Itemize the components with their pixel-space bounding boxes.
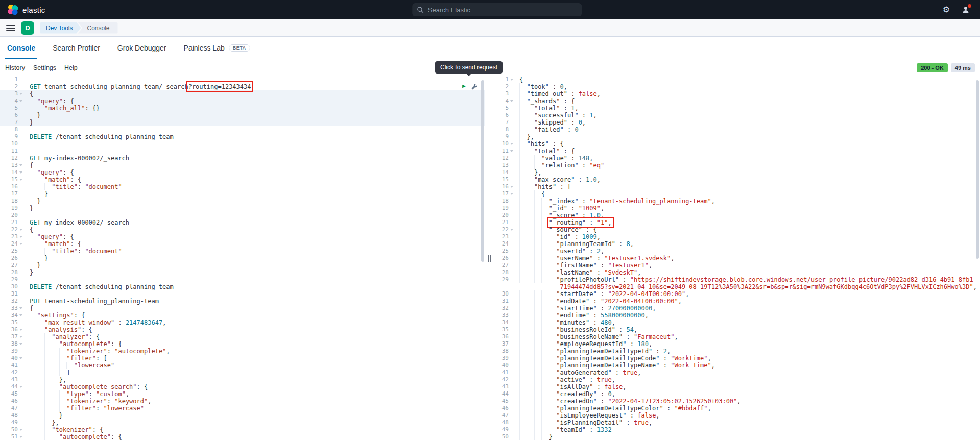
code-text[interactable]: "max_score" : 1.0, xyxy=(514,176,601,183)
code-text[interactable]: "userName" : "testuser1.svdesk", xyxy=(514,255,674,262)
code-text[interactable]: } xyxy=(23,198,41,205)
code-text[interactable]: "_score" : 1.0, xyxy=(514,212,604,219)
gear-icon[interactable]: ⚙ xyxy=(941,5,951,15)
fold-toggle-icon[interactable] xyxy=(18,176,23,183)
code-text[interactable]: "isPlanningDetail" : true, xyxy=(514,419,652,426)
code-text[interactable]: "match_all": {} xyxy=(23,105,100,112)
code-text[interactable]: DELETE /tenant-scheduling_planning-team xyxy=(23,283,174,290)
code-text[interactable]: "_shards" : { xyxy=(514,97,575,105)
history-link[interactable]: History xyxy=(5,64,25,71)
code-text[interactable] xyxy=(23,140,30,148)
code-text[interactable]: "analysis": { xyxy=(23,326,92,333)
code-text[interactable]: } xyxy=(23,262,41,269)
code-text[interactable]: } xyxy=(23,269,33,276)
fold-toggle-icon[interactable] xyxy=(18,355,23,362)
code-text[interactable]: "query": { xyxy=(23,97,74,105)
code-text[interactable]: GET my-index-000002/_search xyxy=(23,155,129,162)
fold-toggle-icon[interactable] xyxy=(18,433,23,440)
code-text[interactable]: "active" : true, xyxy=(514,376,615,383)
fold-toggle-icon[interactable] xyxy=(18,226,23,233)
code-text[interactable]: "skipped" : 0, xyxy=(514,119,586,126)
request-editor[interactable]: ▶ 12GET tenant-scheduling_planning-team/… xyxy=(0,76,485,441)
response-editor[interactable]: 1{2 "took" : 0,3 "timed_out" : false,4 "… xyxy=(494,76,980,441)
elastic-logo[interactable]: elastic xyxy=(7,4,45,15)
code-text[interactable]: "createdOn" : "2022-04-17T23:05:02.15262… xyxy=(514,398,741,405)
code-text[interactable]: "isAllDay" : false, xyxy=(514,383,627,390)
fold-toggle-icon[interactable] xyxy=(509,148,514,155)
code-text[interactable]: "firstName" : "Testuser1", xyxy=(514,262,652,269)
code-text[interactable]: "startTime" : 270000000000, xyxy=(514,305,656,312)
fold-toggle-icon[interactable] xyxy=(18,305,23,312)
code-text[interactable]: "filter": [ xyxy=(23,355,107,362)
search-input[interactable] xyxy=(427,6,577,14)
code-text[interactable]: } xyxy=(23,119,33,126)
code-text[interactable] xyxy=(23,276,30,283)
code-text[interactable]: GET my-index-000002/_search xyxy=(23,219,129,226)
code-text[interactable]: "relation" : "eq" xyxy=(514,162,604,169)
code-text[interactable]: "planningTeamId" : 8, xyxy=(514,240,634,248)
code-text[interactable]: "failed" : 0 xyxy=(514,126,579,133)
code-text[interactable]: "_index" : "tenant-scheduling_planning-t… xyxy=(514,198,715,205)
menu-icon[interactable] xyxy=(6,24,15,32)
fold-toggle-icon[interactable] xyxy=(509,97,514,105)
fold-toggle-icon[interactable] xyxy=(18,162,23,169)
code-text[interactable]: "timed_out" : false, xyxy=(514,90,601,97)
code-text[interactable]: "planningTeamDetailTypeId" : 2, xyxy=(514,348,671,355)
code-text[interactable]: { xyxy=(514,76,523,83)
settings-link[interactable]: Settings xyxy=(33,64,56,71)
code-text[interactable]: "autoGenerated" : true, xyxy=(514,369,641,376)
code-text[interactable]: }, xyxy=(514,169,541,176)
code-text[interactable]: "lastName" : "SvdeskT", xyxy=(514,269,641,276)
code-text[interactable]: } xyxy=(23,112,41,119)
code-text[interactable]: { xyxy=(23,90,33,97)
fold-toggle-icon[interactable] xyxy=(509,226,514,233)
fold-toggle-icon[interactable] xyxy=(18,233,23,240)
code-text[interactable]: "_source" : { xyxy=(514,226,597,233)
fold-toggle-icon[interactable] xyxy=(18,333,23,340)
code-text[interactable]: "successful" : 1, xyxy=(514,112,597,119)
code-text[interactable]: { xyxy=(514,190,545,198)
send-request-icon[interactable]: ▶ xyxy=(462,83,466,90)
breadcrumb-dev-tools[interactable]: Dev Tools xyxy=(40,22,81,34)
code-text[interactable] xyxy=(23,290,30,298)
code-text[interactable]: "autocomplete": { xyxy=(23,433,122,440)
code-text[interactable]: "match": { xyxy=(23,176,81,183)
tab-console[interactable]: Console xyxy=(5,37,37,59)
code-text[interactable]: "minutes" : 480, xyxy=(514,319,615,326)
code-text[interactable]: } xyxy=(23,205,33,212)
fold-toggle-icon[interactable] xyxy=(18,169,23,176)
code-text[interactable]: "tokenizer": "autocomplete", xyxy=(23,348,170,355)
help-link[interactable]: Help xyxy=(64,64,78,71)
code-text[interactable]: "took" : 0, xyxy=(514,83,567,90)
tab-search-profiler[interactable]: Search Profiler xyxy=(51,37,102,59)
code-text[interactable]: "employeeRequestId" : 180, xyxy=(514,340,652,348)
code-text[interactable]: "teamId" : 1332 xyxy=(514,426,612,433)
code-text[interactable]: } xyxy=(23,412,63,419)
code-text[interactable]: }, xyxy=(23,419,59,426)
code-text[interactable]: "isEmployeeRequest" : false, xyxy=(514,412,660,419)
code-text[interactable]: }, xyxy=(23,376,66,383)
code-text[interactable]: "endDate" : "2022-04-04T00:00:00", xyxy=(514,298,682,305)
code-text[interactable]: "planningTeamDetailTypeName" : "Work Tim… xyxy=(514,362,715,369)
fold-toggle-icon[interactable] xyxy=(18,326,23,333)
fold-toggle-icon[interactable] xyxy=(509,183,514,190)
user-icon[interactable] xyxy=(961,5,971,15)
request-scrollbar[interactable] xyxy=(481,80,484,262)
code-text[interactable]: "type": "custom", xyxy=(23,390,129,398)
code-text[interactable]: "title": "document" xyxy=(23,248,122,255)
code-text[interactable]: "tokenizer": "keyword", xyxy=(23,398,151,405)
fold-toggle-icon[interactable] xyxy=(18,97,23,105)
code-text[interactable]: "hits" : { xyxy=(514,140,564,148)
code-text[interactable]: "total" : { xyxy=(514,148,575,155)
code-text[interactable]: } xyxy=(514,433,553,440)
fold-toggle-icon[interactable] xyxy=(18,426,23,433)
tab-painless-lab[interactable]: Painless Lab BETA xyxy=(182,37,252,59)
fold-toggle-icon[interactable] xyxy=(18,340,23,348)
code-text[interactable]: PUT tenant-scheduling_planning-team xyxy=(23,298,159,305)
code-text[interactable]: "autocomplete_search": { xyxy=(23,383,148,390)
code-text[interactable] xyxy=(23,126,30,133)
code-text[interactable]: "businessRoleName" : "Farmaceut", xyxy=(514,333,678,340)
code-text[interactable]: "id" : 1009, xyxy=(514,233,601,240)
breadcrumb-console[interactable]: Console xyxy=(78,22,117,34)
space-avatar[interactable]: D xyxy=(21,21,34,35)
